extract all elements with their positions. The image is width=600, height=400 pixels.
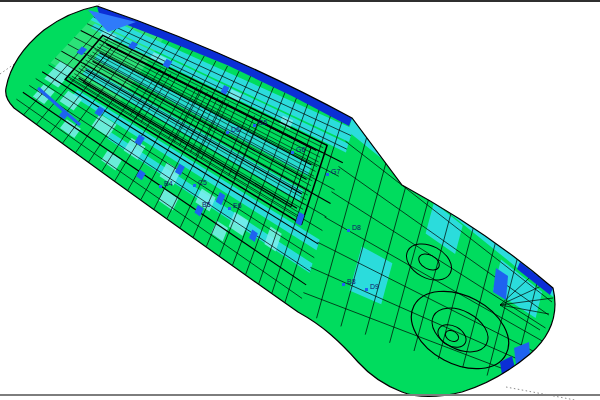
node-marker bbox=[326, 173, 329, 176]
node-marker bbox=[342, 283, 345, 286]
viewport-bottom-border bbox=[0, 394, 600, 396]
node-marker bbox=[291, 151, 294, 154]
node-label[interactable]: G5 bbox=[258, 119, 267, 126]
node-label[interactable]: G6 bbox=[296, 146, 305, 153]
node-label[interactable]: D6 bbox=[231, 126, 240, 133]
node-marker bbox=[197, 206, 200, 209]
node-label[interactable]: D9 bbox=[370, 283, 379, 290]
node-label[interactable]: B8 bbox=[347, 278, 356, 285]
cad-viewport[interactable]: D6G5G6G7B4C5B5E6D8B8D9 bbox=[0, 0, 600, 400]
node-label[interactable]: G7 bbox=[331, 168, 340, 175]
node-marker bbox=[226, 131, 229, 134]
node-marker bbox=[365, 288, 368, 291]
node-label[interactable]: D8 bbox=[352, 224, 361, 231]
mesh-model-canvas[interactable]: D6G5G6G7B4C5B5E6D8B8D9 bbox=[0, 0, 600, 400]
node-marker bbox=[159, 185, 162, 188]
node-label[interactable]: B5 bbox=[202, 201, 211, 208]
part-body[interactable] bbox=[6, 6, 555, 397]
node-marker bbox=[347, 229, 350, 232]
node-marker bbox=[253, 124, 256, 127]
node-label[interactable]: C5 bbox=[198, 179, 207, 186]
node-label[interactable]: B4 bbox=[164, 180, 173, 187]
node-label[interactable]: E6 bbox=[233, 202, 242, 209]
node-marker bbox=[193, 184, 196, 187]
node-marker bbox=[228, 207, 231, 210]
